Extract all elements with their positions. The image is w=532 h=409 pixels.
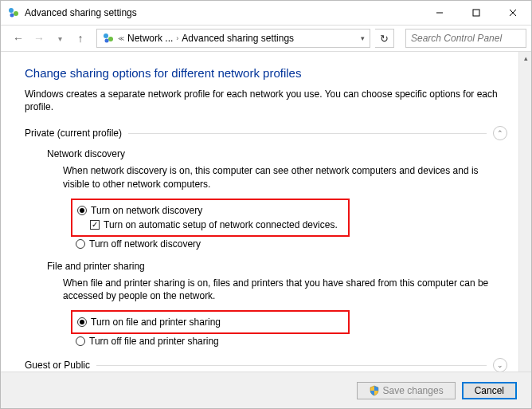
cancel-button-label: Cancel (475, 385, 504, 396)
radio-fp-on[interactable]: Turn on file and printer sharing (77, 315, 343, 329)
close-button[interactable] (495, 1, 531, 25)
radio-icon (77, 206, 87, 215)
save-button-label: Save changes (383, 385, 444, 396)
scroll-up-icon[interactable]: ▴ (519, 52, 531, 65)
svg-point-7 (104, 33, 108, 38)
radio-nd-on-label: Turn on network discovery (91, 203, 202, 218)
content-area: ▴ Change sharing options for different n… (1, 52, 531, 372)
recent-dropdown[interactable]: ▾ (52, 30, 68, 46)
checkbox-nd-auto-label: Turn on automatic setup of network conne… (104, 218, 338, 232)
back-button[interactable]: ← (10, 30, 26, 46)
svg-point-1 (14, 11, 18, 16)
file-printer-desc: When file and printer sharing is on, fil… (63, 277, 507, 302)
network-icon (102, 32, 115, 45)
page-heading: Change sharing options for different net… (25, 66, 507, 80)
cancel-button[interactable]: Cancel (462, 382, 517, 399)
chevron-up-icon[interactable]: ⌃ (493, 126, 507, 140)
file-printer-on-group: Turn on file and printer sharing (71, 310, 350, 334)
section-private-label: Private (current profile) (25, 128, 122, 139)
radio-fp-off-label: Turn off file and printer sharing (89, 336, 219, 347)
network-discovery-on-group: Turn on network discovery Turn on automa… (71, 199, 350, 237)
svg-point-8 (108, 37, 113, 41)
chevron-down-icon[interactable]: ⌄ (493, 358, 507, 372)
refresh-button[interactable]: ↻ (375, 29, 394, 48)
file-printer-title: File and printer sharing (47, 261, 507, 272)
svg-point-9 (105, 39, 109, 43)
app-icon (7, 6, 20, 19)
checkbox-icon (90, 220, 100, 230)
search-input[interactable] (405, 29, 526, 48)
breadcrumb-sep-icon: ≪ (118, 35, 124, 42)
section-guest-header[interactable]: Guest or Public ⌄ (25, 358, 507, 372)
radio-nd-off[interactable]: Turn off network discovery (76, 238, 507, 250)
chevron-right-icon: › (176, 34, 178, 42)
radio-icon (76, 336, 85, 346)
divider (128, 133, 487, 134)
svg-point-2 (10, 14, 14, 18)
section-private-header[interactable]: Private (current profile) ⌃ (25, 126, 507, 140)
section-guest-label: Guest or Public (25, 360, 90, 371)
radio-nd-off-label: Turn off network discovery (89, 238, 201, 250)
divider (96, 365, 487, 366)
checkbox-nd-auto[interactable]: Turn on automatic setup of network conne… (90, 218, 343, 232)
network-discovery-title: Network discovery (47, 148, 507, 159)
footer: Save changes Cancel (1, 372, 531, 408)
up-button[interactable]: ↑ (72, 30, 88, 46)
radio-icon (77, 317, 87, 327)
network-discovery-desc: When network discovery is on, this compu… (63, 164, 507, 190)
window-title: Advanced sharing settings (25, 7, 137, 18)
window-controls (421, 1, 531, 25)
radio-nd-on[interactable]: Turn on network discovery (77, 203, 343, 218)
toolbar: ← → ▾ ↑ ≪ Network ... › Advanced sharing… (1, 25, 531, 52)
scrollbar[interactable]: ▴ (518, 52, 531, 372)
titlebar: Advanced sharing settings (1, 1, 531, 25)
forward-button[interactable]: → (31, 30, 47, 46)
radio-icon (76, 239, 85, 249)
address-dropdown-icon[interactable]: ▾ (361, 34, 365, 42)
radio-fp-on-label: Turn on file and printer sharing (91, 315, 221, 329)
save-button[interactable]: Save changes (357, 382, 456, 399)
breadcrumb-network[interactable]: Network ... (127, 33, 173, 44)
maximize-button[interactable] (458, 1, 495, 25)
page-intro: Windows creates a separate network profi… (25, 88, 507, 113)
address-bar[interactable]: ≪ Network ... › Advanced sharing setting… (96, 29, 370, 48)
svg-rect-4 (473, 10, 479, 16)
minimize-button[interactable] (421, 1, 458, 25)
breadcrumb-advanced[interactable]: Advanced sharing settings (182, 33, 294, 44)
radio-fp-off[interactable]: Turn off file and printer sharing (76, 336, 507, 347)
svg-point-0 (9, 8, 14, 13)
shield-icon (369, 385, 380, 396)
